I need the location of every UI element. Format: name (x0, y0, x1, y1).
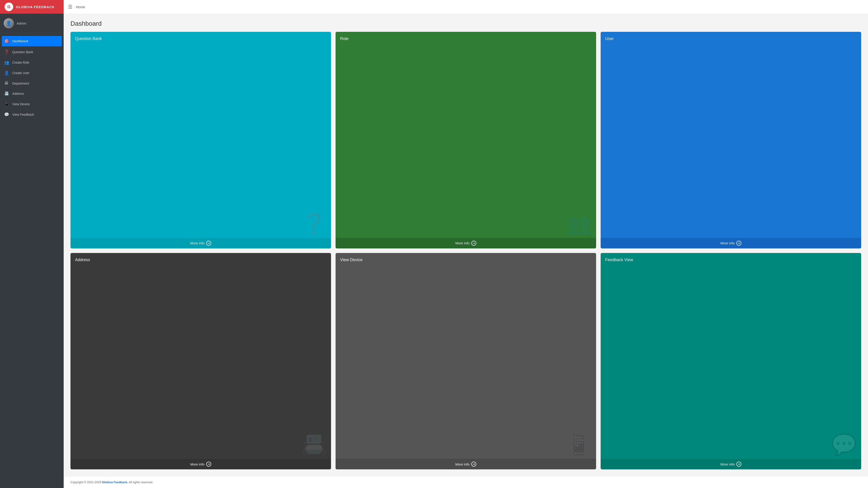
card-body-role: Role 👥 (336, 32, 596, 238)
card-feedback-view[interactable]: Feedback View 💬 More info ➜ (601, 253, 861, 469)
sidebar-item-label-dashboard: Dashboard (12, 39, 28, 43)
sidebar-item-create-role[interactable]: 👥 Create Role (0, 57, 64, 68)
top-navbar: G GLOBIVA FEEDBACK ☰ Home (0, 0, 868, 13)
page-header: Dashboard (64, 13, 868, 32)
sidebar-item-department[interactable]: 🏛 Department (0, 78, 64, 89)
more-info-label-question-bank: More info (190, 241, 205, 245)
create-user-icon: 👤 (4, 70, 9, 75)
card-footer-address[interactable]: More info ➜ (70, 459, 331, 469)
card-footer-user[interactable]: More info ➜ (601, 238, 861, 249)
more-info-label-address: More info (190, 462, 205, 466)
sidebar-item-dashboard[interactable]: 🎯 Dashboard (2, 36, 62, 46)
card-footer-role[interactable]: More info ➜ (336, 238, 596, 249)
card-footer-feedback-view[interactable]: More info ➜ (601, 459, 861, 469)
card-arrow-feedback-view: ➜ (736, 462, 741, 467)
sidebar-item-view-feedback[interactable]: 💬 View Feedback (0, 109, 64, 120)
more-info-label-view-device: More info (455, 462, 470, 466)
card-body-address: Address 📇 (70, 253, 331, 459)
user-avatar: 👤 (4, 18, 14, 28)
card-address[interactable]: Address 📇 More info ➜ (70, 253, 331, 469)
more-info-label-feedback-view: More info (720, 462, 735, 466)
card-arrow-question-bank: ➜ (206, 241, 211, 246)
dashboard-icon: 🎯 (4, 39, 9, 44)
sidebar-username: Admin (17, 21, 26, 25)
card-title-feedback-view: Feedback View (605, 258, 857, 262)
sidebar-item-create-user[interactable]: 👤 Create User (0, 68, 64, 78)
more-info-label-role: More info (455, 241, 470, 245)
card-bg-icon-feedback-view: 💬 (831, 433, 857, 457)
nav-right: ☰ Home (64, 0, 868, 13)
sidebar-item-label-department: Department (12, 82, 29, 85)
brand-container: G GLOBIVA FEEDBACK (0, 2, 64, 11)
create-role-icon: 👥 (4, 60, 9, 65)
card-footer-view-device[interactable]: More info ➜ (336, 459, 596, 469)
card-role[interactable]: Role 👥 More info ➜ (336, 32, 596, 249)
card-footer-question-bank[interactable]: More info ➜ (70, 238, 331, 249)
card-bg-icon-address: 📇 (301, 433, 327, 457)
card-bg-icon-role: 👥 (566, 212, 592, 236)
card-arrow-view-device: ➜ (471, 462, 476, 467)
card-bg-icon-question-bank: ❓ (301, 212, 327, 236)
card-body-feedback-view: Feedback View 💬 (601, 253, 861, 459)
footer-copyright: Copyright © 2021-2029 (70, 481, 102, 484)
department-icon: 🏛 (4, 81, 9, 86)
sidebar-item-label-view-device: View Device (12, 102, 30, 106)
card-bg-icon-view-device: 📱 (566, 433, 592, 457)
view-feedback-icon: 💬 (4, 112, 9, 117)
sidebar-item-label-address: Address (12, 92, 24, 95)
card-body-user: User 👤 (601, 32, 861, 238)
card-view-device[interactable]: View Device 📱 More info ➜ (336, 253, 596, 469)
card-body-view-device: View Device 📱 (336, 253, 596, 459)
card-user[interactable]: User 👤 More info ➜ (601, 32, 861, 249)
card-title-question-bank: Question Bank (75, 36, 327, 41)
card-arrow-role: ➜ (471, 241, 476, 246)
brand-name: GLOBIVA FEEDBACK (16, 5, 55, 9)
question-bank-icon: ❓ (4, 50, 9, 55)
card-body-question-bank: Question Bank ❓ (70, 32, 331, 238)
sidebar-nav: 🎯 Dashboard ❓ Question Bank 👥 Create Rol… (0, 33, 64, 488)
brand-logo: G (4, 2, 13, 11)
sidebar-item-label-create-user: Create User (12, 71, 29, 75)
sidebar-item-label-create-role: Create Role (12, 61, 29, 64)
hamburger-icon[interactable]: ☰ (68, 4, 72, 9)
card-title-role: Role (340, 36, 592, 41)
sidebar-item-view-device[interactable]: 📱 View Device (0, 99, 64, 109)
main-content: Dashboard Question Bank ❓ More info ➜ Ro… (64, 13, 868, 488)
cards-grid: Question Bank ❓ More info ➜ Role 👥 More … (64, 32, 868, 476)
card-arrow-address: ➜ (206, 462, 211, 467)
sidebar-item-address[interactable]: 📇 Address (0, 89, 64, 99)
card-title-view-device: View Device (340, 258, 592, 262)
view-device-icon: 📱 (4, 102, 9, 107)
card-title-user: User (605, 36, 857, 41)
more-info-label-user: More info (720, 241, 735, 245)
footer-brand-link[interactable]: Globiva Feedback. (102, 481, 128, 484)
sidebar-item-question-bank[interactable]: ❓ Question Bank (0, 47, 64, 57)
card-title-address: Address (75, 258, 327, 262)
card-bg-icon-user: 👤 (831, 212, 857, 236)
page-title: Dashboard (70, 20, 861, 27)
sidebar-item-label-question-bank: Question Bank (12, 50, 33, 54)
card-question-bank[interactable]: Question Bank ❓ More info ➜ (70, 32, 331, 249)
sidebar-user: 👤 Admin (0, 13, 64, 33)
main-footer: Copyright © 2021-2029 Globiva Feedback. … (64, 476, 868, 488)
card-arrow-user: ➜ (736, 241, 741, 246)
nav-home-link[interactable]: Home (76, 5, 85, 9)
sidebar-item-label-view-feedback: View Feedback (12, 113, 34, 117)
sidebar: 👤 Admin 🎯 Dashboard ❓ Question Bank 👥 Cr… (0, 13, 64, 488)
address-icon: 📇 (4, 91, 9, 96)
footer-rights: All rights reserved. (128, 481, 153, 484)
